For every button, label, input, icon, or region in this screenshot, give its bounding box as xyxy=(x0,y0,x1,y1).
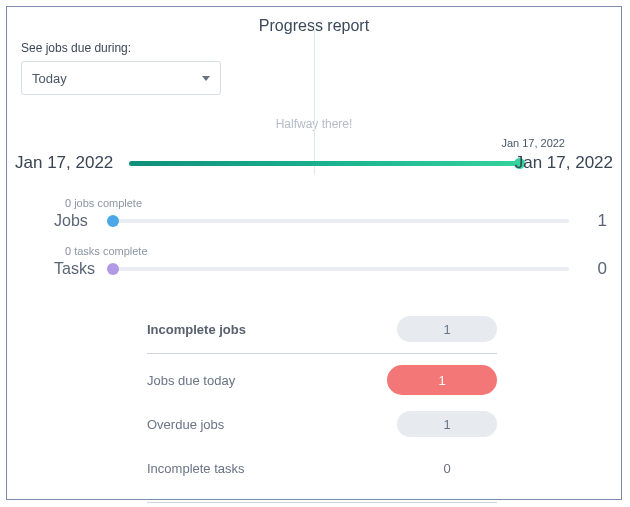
jobs-progress-dot-icon xyxy=(107,215,119,227)
jobs-progress-track xyxy=(107,219,569,223)
stat-row-overdue-jobs: Overdue jobs 1 xyxy=(147,402,497,446)
jobs-progress-sublabel: 0 jobs complete xyxy=(65,197,607,209)
stats-table: Incomplete jobs 1 Jobs due today 1 Overd… xyxy=(21,307,607,507)
tasks-progress-sublabel: 0 tasks complete xyxy=(65,245,607,257)
divider xyxy=(147,502,497,503)
period-dropdown[interactable]: Today xyxy=(21,61,221,95)
tasks-progress-track xyxy=(107,267,569,271)
timeline: Jan 17, 2022 Jan 17, 2022 Jan 17, 2022 xyxy=(21,151,607,179)
stat-value: 0 xyxy=(397,461,497,476)
timeline-start-date: Jan 17, 2022 xyxy=(15,153,113,173)
stat-label: Incomplete jobs xyxy=(147,322,246,337)
chevron-down-icon xyxy=(202,76,210,81)
stat-label: Overdue jobs xyxy=(147,417,224,432)
jobs-progress: 0 jobs complete Jobs 1 xyxy=(21,197,607,231)
stat-label: Incomplete tasks xyxy=(147,461,245,476)
progress-report-panel: Progress report See jobs due during: Tod… xyxy=(6,6,622,500)
stat-pill-alert[interactable]: 1 xyxy=(387,365,497,395)
divider xyxy=(147,353,497,354)
period-dropdown-value: Today xyxy=(32,71,67,86)
stat-label: Jobs due today xyxy=(147,373,235,388)
timeline-top-date: Jan 17, 2022 xyxy=(501,137,565,149)
timeline-end-date: Jan 17, 2022 xyxy=(515,153,613,173)
stat-pill[interactable]: 1 xyxy=(397,316,497,342)
tasks-progress-total: 0 xyxy=(579,259,607,279)
stat-pill[interactable]: 1 xyxy=(397,411,497,437)
stat-row-incomplete-tasks: Incomplete tasks 0 xyxy=(147,446,497,490)
stat-row-incomplete-jobs: Incomplete jobs 1 xyxy=(147,307,497,351)
stat-row-jobs-due-today: Jobs due today 1 xyxy=(147,358,497,402)
tasks-progress-label: Tasks xyxy=(21,260,97,278)
timeline-progress-bar xyxy=(129,161,521,166)
tasks-progress: 0 tasks complete Tasks 0 xyxy=(21,245,607,279)
jobs-progress-total: 1 xyxy=(579,211,607,231)
tasks-progress-dot-icon xyxy=(107,263,119,275)
jobs-progress-label: Jobs xyxy=(21,212,97,230)
